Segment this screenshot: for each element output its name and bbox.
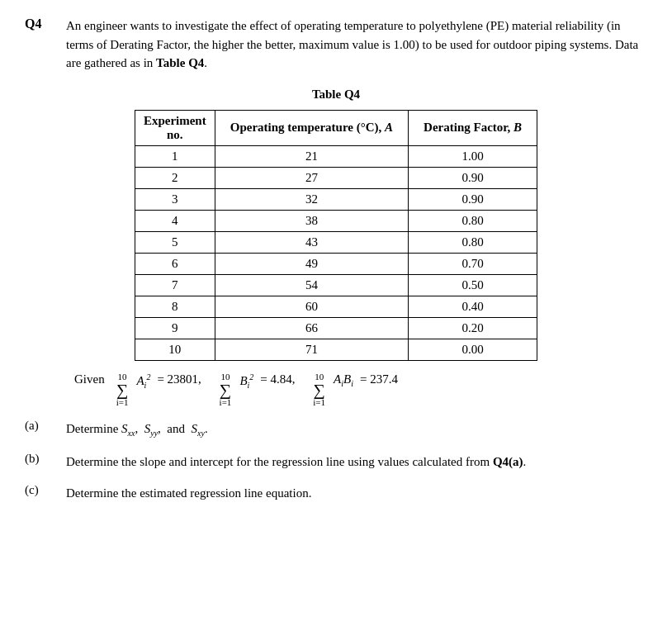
data-table: Experimentno. Operating temperature (°C)… bbox=[135, 110, 537, 361]
cell-B: 0.00 bbox=[409, 339, 537, 360]
part-b-label: (b) bbox=[25, 452, 50, 472]
cell-A: 21 bbox=[215, 145, 408, 167]
cell-exp: 7 bbox=[135, 274, 215, 296]
question-label: Q4 bbox=[25, 17, 50, 73]
sigma1-sym: ∑ bbox=[116, 382, 128, 398]
cell-B: 1.00 bbox=[409, 145, 537, 167]
cell-A: 49 bbox=[215, 253, 408, 274]
table-row: 4 38 0.80 bbox=[135, 210, 537, 231]
q-text-part1: An engineer wants to investigate the eff… bbox=[66, 19, 638, 69]
q-text-part2: . bbox=[204, 56, 207, 69]
table-row: 10 71 0.00 bbox=[135, 339, 537, 360]
question-text: An engineer wants to investigate the eff… bbox=[66, 17, 647, 73]
part-c-text: Determine the estimated regression line … bbox=[66, 486, 311, 500]
sigma2-sym: ∑ bbox=[220, 382, 231, 398]
cell-B: 0.80 bbox=[409, 210, 537, 231]
sigma1: 10 ∑ i=1 bbox=[116, 372, 129, 407]
col-header-B: Derating Factor, B bbox=[409, 110, 537, 145]
cell-exp: 6 bbox=[135, 253, 215, 274]
given-label: Given bbox=[74, 372, 105, 386]
table-row: 1 21 1.00 bbox=[135, 145, 537, 167]
part-c: (c) Determine the estimated regression l… bbox=[25, 483, 647, 503]
part-b-content: Determine the slope and intercept for th… bbox=[66, 452, 526, 472]
part-a-var3: Sxy bbox=[192, 422, 205, 435]
table-wrapper: Experimentno. Operating temperature (°C)… bbox=[25, 110, 647, 361]
sigma3-sym: ∑ bbox=[314, 382, 325, 398]
cell-B: 0.40 bbox=[409, 296, 537, 317]
cell-B: 0.70 bbox=[409, 253, 537, 274]
part-c-content: Determine the estimated regression line … bbox=[66, 483, 311, 503]
q-table-ref: Table Q4 bbox=[156, 56, 204, 69]
table-row: 5 43 0.80 bbox=[135, 231, 537, 253]
sigma3-val: = 237.4 bbox=[360, 372, 398, 386]
cell-A: 60 bbox=[215, 296, 408, 317]
cell-A: 66 bbox=[215, 317, 408, 339]
cell-B: 0.90 bbox=[409, 167, 537, 188]
sigma3: 10 ∑ i=1 bbox=[313, 372, 325, 407]
cell-exp: 8 bbox=[135, 296, 215, 317]
sigma2-bot: i=1 bbox=[220, 398, 232, 407]
cell-exp: 9 bbox=[135, 317, 215, 339]
question-header: Q4 An engineer wants to investigate the … bbox=[25, 17, 647, 73]
cell-A: 71 bbox=[215, 339, 408, 360]
cell-exp: 4 bbox=[135, 210, 215, 231]
cell-exp: 5 bbox=[135, 231, 215, 253]
cell-B: 0.80 bbox=[409, 231, 537, 253]
cell-A: 54 bbox=[215, 274, 408, 296]
cell-exp: 10 bbox=[135, 339, 215, 360]
table-header-row: Experimentno. Operating temperature (°C)… bbox=[135, 110, 537, 145]
cell-B: 0.20 bbox=[409, 317, 537, 339]
table-row: 2 27 0.90 bbox=[135, 167, 537, 188]
cell-exp: 3 bbox=[135, 188, 215, 210]
part-b-ref: Q4(a) bbox=[493, 455, 523, 468]
sigma2-top: 10 bbox=[220, 372, 230, 382]
sigma3-bot: i=1 bbox=[313, 398, 325, 407]
table-body: 1 21 1.00 2 27 0.90 3 32 0.90 4 38 0.80 … bbox=[135, 145, 537, 360]
part-b-period: . bbox=[523, 455, 527, 468]
part-a-content: Determine Sxx, Syy, and Sxy. bbox=[66, 419, 208, 440]
part-b: (b) Determine the slope and intercept fo… bbox=[25, 452, 647, 472]
sigma2: 10 ∑ i=1 bbox=[220, 372, 232, 407]
table-row: 9 66 0.20 bbox=[135, 317, 537, 339]
part-a-var1: Sxx bbox=[121, 422, 135, 435]
cell-A: 27 bbox=[215, 167, 408, 188]
sigma3-top: 10 bbox=[315, 372, 324, 382]
cell-A: 32 bbox=[215, 188, 408, 210]
sigma2-val: = 4.84, bbox=[260, 372, 295, 386]
sigma1-bot: i=1 bbox=[116, 398, 129, 407]
table-row: 6 49 0.70 bbox=[135, 253, 537, 274]
part-a-comma1: , bbox=[135, 422, 144, 435]
table-title: Table Q4 bbox=[25, 88, 647, 102]
part-b-text: Determine the slope and intercept for th… bbox=[66, 455, 493, 468]
col-header-exp: Experimentno. bbox=[135, 110, 215, 145]
cell-B: 0.50 bbox=[409, 274, 537, 296]
part-a: (a) Determine Sxx, Syy, and Sxy. bbox=[25, 419, 647, 440]
part-a-period: . bbox=[205, 422, 208, 435]
part-a-comma2: , and bbox=[158, 422, 191, 435]
cell-exp: 2 bbox=[135, 167, 215, 188]
sigma2-expr: Bi2 bbox=[239, 372, 253, 390]
col-header-A: Operating temperature (°C), A bbox=[215, 110, 408, 145]
part-a-var2: Syy bbox=[144, 422, 158, 435]
part-c-label: (c) bbox=[25, 483, 50, 503]
sigma1-val: = 23801, bbox=[157, 372, 201, 386]
part-a-label: (a) bbox=[25, 419, 50, 440]
sigma1-expr: Ai2 bbox=[136, 372, 150, 390]
given-section: Given 10 ∑ i=1 Ai2 = 23801, 10 ∑ i=1 Bi2… bbox=[74, 372, 647, 407]
table-row: 8 60 0.40 bbox=[135, 296, 537, 317]
sigma3-expr: AiBi bbox=[334, 372, 353, 388]
part-a-text: Determine bbox=[66, 422, 121, 435]
cell-A: 43 bbox=[215, 231, 408, 253]
cell-exp: 1 bbox=[135, 145, 215, 167]
table-row: 3 32 0.90 bbox=[135, 188, 537, 210]
sigma1-top: 10 bbox=[118, 372, 127, 382]
table-row: 7 54 0.50 bbox=[135, 274, 537, 296]
cell-B: 0.90 bbox=[409, 188, 537, 210]
cell-A: 38 bbox=[215, 210, 408, 231]
